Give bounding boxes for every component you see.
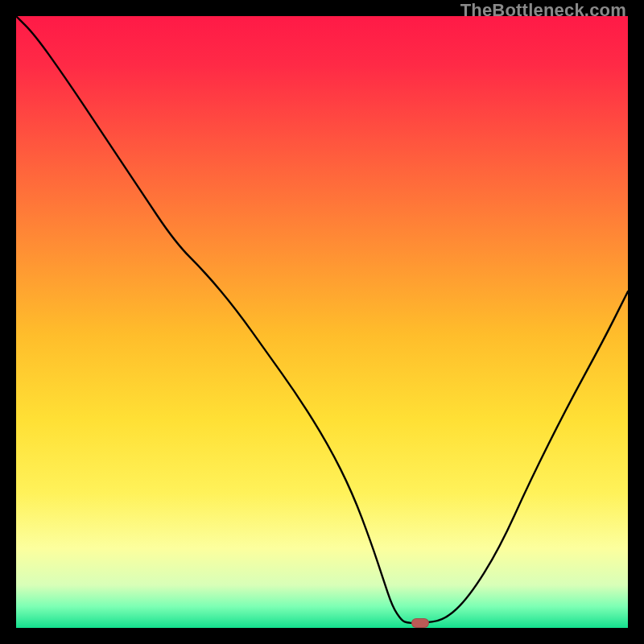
chart-frame: TheBottleneck.com bbox=[0, 0, 644, 644]
bottleneck-curve bbox=[16, 16, 628, 628]
optimal-marker bbox=[411, 618, 429, 628]
plot-area bbox=[16, 16, 628, 628]
